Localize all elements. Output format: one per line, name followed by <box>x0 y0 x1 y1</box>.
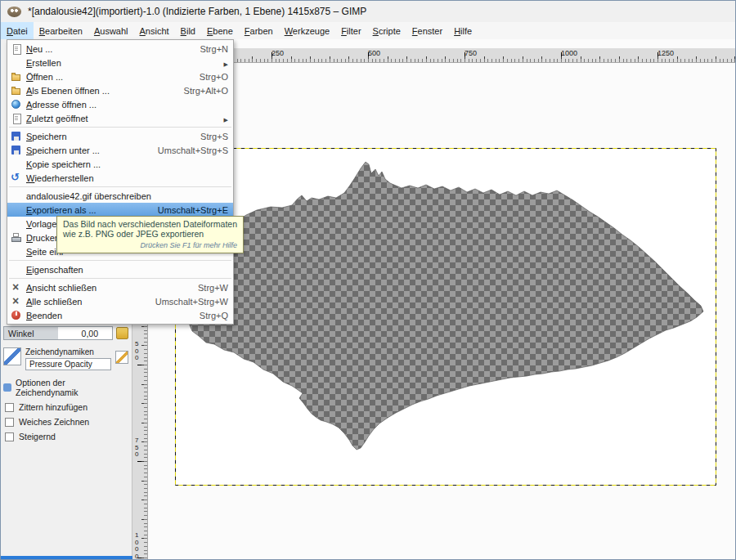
menubar-item-hilfe[interactable]: Hilfe <box>448 22 478 39</box>
icon-slot <box>10 245 23 258</box>
menubar-item-farben[interactable]: Farben <box>239 22 279 39</box>
checkbox-smooth-stroke[interactable]: Weiches Zeichnen <box>3 417 128 427</box>
checkbox-incremental[interactable]: Steigernd <box>3 432 128 441</box>
dynamics-select[interactable]: Pressure Opacity <box>25 358 111 370</box>
menu-item-speichern[interactable]: Speichern Strg+S <box>7 129 233 143</box>
document-icon <box>10 112 23 125</box>
menu-separator <box>9 186 231 187</box>
dynamics-column: Zeichendynamiken Pressure Opacity <box>25 347 111 370</box>
window-bottom-border <box>1 556 132 559</box>
menubar-item-ebene[interactable]: Ebene <box>201 22 239 39</box>
ruler-label: 500 <box>368 49 380 57</box>
menu-item-ueberschreiben[interactable]: andalousie42.gif überschreiben <box>7 189 233 203</box>
ruler-label: 750 <box>135 437 141 459</box>
checkbox-jitter[interactable]: Zittern hinzufügen <box>3 402 128 412</box>
menu-item-shortcut: Strg+S <box>189 132 228 141</box>
window-title: *[andalousie42](importiert)-1.0 (Indizie… <box>28 6 366 17</box>
angle-row: Winkel 0,00 <box>3 326 128 340</box>
menu-item-shortcut: Strg+N <box>188 44 228 54</box>
menu-item-wiederherstellen[interactable]: Wiederherstellen <box>7 171 233 185</box>
checkbox-label: Weiches Zeichnen <box>19 417 89 427</box>
folder-icon <box>10 84 23 97</box>
randomize-icon[interactable] <box>116 327 128 339</box>
tooltip-hint: Drücken Sie F1 für mehr Hilfe <box>63 241 237 249</box>
menu-separator <box>9 278 231 279</box>
menu-item-shortcut: Strg+O <box>188 72 228 82</box>
angle-value: 0,00 <box>82 329 108 338</box>
menu-item-alle-schliessen[interactable]: Alle schließen Umschalt+Strg+W <box>7 294 233 308</box>
menubar-item-filter[interactable]: Filter <box>335 22 366 39</box>
menu-item-shortcut: Strg+Alt+O <box>173 86 228 96</box>
menu-item-label: Speichern unter ... <box>26 146 100 155</box>
menu-item-label: Speichern <box>26 132 67 141</box>
menu-item-shortcut: Strg+W <box>186 283 228 293</box>
tooltip-line-1: Das Bild nach verschiedensten Dateiforma… <box>63 219 237 229</box>
floppy-icon <box>10 130 23 143</box>
ruler-label: 500 <box>135 341 141 362</box>
menu-item-kopie-speichern[interactable]: Kopie speichern ... <box>7 157 233 171</box>
menu-item-oeffnen[interactable]: Öffnen ... Strg+O <box>7 69 233 83</box>
menubar-label: Fenster <box>412 26 442 36</box>
menu-item-eigenschaften[interactable]: Eigenschaften <box>7 262 233 276</box>
ruler-label: 1000 <box>135 532 141 560</box>
menu-item-label: Alle schließen <box>26 297 82 307</box>
menu-item-label: Ansicht schließen <box>26 283 96 293</box>
menubar-label: Hilfe <box>454 26 472 36</box>
horizontal-ruler[interactable]: 250 500 750 1000 1250 <box>148 48 735 63</box>
close-icon <box>10 281 23 294</box>
menu-item-shortcut: Strg+Q <box>188 311 228 320</box>
ruler-label: 1250 <box>657 49 674 57</box>
icon-slot <box>10 204 23 217</box>
ruler-label: 750 <box>464 49 477 57</box>
tooltip-line-2: wie z.B. PNG oder JPEG exportieren <box>63 229 237 239</box>
canvas-drawing-area[interactable] <box>175 148 716 486</box>
revert-icon <box>10 172 23 185</box>
folder-icon <box>10 70 23 83</box>
dynamics-options-expander[interactable]: Optionen der Zeichendynamik <box>3 378 128 397</box>
menu-separator <box>9 260 231 261</box>
exit-icon <box>10 309 23 322</box>
menu-item-ansicht-schliessen[interactable]: Ansicht schließen Strg+W <box>7 280 233 294</box>
menubar-label: Filter <box>341 26 361 36</box>
canvas-viewport[interactable] <box>148 39 735 559</box>
document-icon <box>10 43 23 56</box>
menu-item-exportieren-als[interactable]: Exportieren als ... Umschalt+Strg+E <box>7 203 233 217</box>
checkbox-icon <box>5 418 14 427</box>
globe-icon <box>10 98 23 111</box>
menu-item-label: Neu ... <box>26 44 52 54</box>
menu-item-erstellen[interactable]: Erstellen <box>7 56 233 69</box>
menu-item-speichern-unter[interactable]: Speichern unter ... Umschalt+Strg+S <box>7 143 233 157</box>
menu-item-zuletzt-geoeffnet[interactable]: Zuletzt geöffnet <box>7 111 233 125</box>
menu-item-als-ebenen-oeffnen[interactable]: Als Ebenen öffnen ... Strg+Alt+O <box>7 83 233 97</box>
menu-item-label: Öffnen ... <box>26 72 63 82</box>
dynamics-icon[interactable] <box>3 347 21 365</box>
menubar-item-auswahl[interactable]: Auswahl <box>88 22 134 39</box>
menu-item-adresse-oeffnen[interactable]: Adresse öffnen ... <box>7 97 233 111</box>
menubar-item-werkzeuge[interactable]: Werkzeuge <box>279 22 335 39</box>
dynamics-options-label: Optionen der Zeichendynamik <box>16 378 128 397</box>
submenu-arrow-icon <box>224 114 228 123</box>
gimp-logo-icon <box>7 7 21 17</box>
menu-item-neu[interactable]: Neu ... Strg+N <box>7 42 233 56</box>
canvas-svg <box>175 148 716 486</box>
menu-separator <box>9 127 231 128</box>
menubar-item-bearbeiten[interactable]: Bearbeiten <box>34 22 88 39</box>
brush-tool-options: Winkel 0,00 Zeichendynamiken Pressure Op… <box>1 326 131 441</box>
icon-slot <box>10 217 23 231</box>
menu-bar: Datei Bearbeiten Auswahl Ansicht Bild Eb… <box>1 22 735 40</box>
edit-dynamics-icon[interactable] <box>115 351 128 364</box>
menubar-item-ansicht[interactable]: Ansicht <box>134 22 175 39</box>
file-menu-dropdown: Neu ... Strg+N Erstellen Öffnen ... Strg… <box>7 39 234 325</box>
menu-item-label: Beenden <box>26 311 62 320</box>
andalusia-region-shape <box>186 162 703 450</box>
checkbox-icon <box>5 432 14 441</box>
menubar-item-datei[interactable]: Datei <box>1 22 34 39</box>
menubar-item-bild[interactable]: Bild <box>175 22 201 39</box>
menu-item-label: Zuletzt geöffnet <box>26 114 88 123</box>
menu-item-label: andalousie42.gif überschreiben <box>26 191 151 201</box>
angle-slider[interactable]: Winkel 0,00 <box>3 326 113 340</box>
menu-item-beenden[interactable]: Beenden Strg+Q <box>7 308 233 322</box>
menubar-item-scripte[interactable]: Scripte <box>367 22 406 39</box>
menu-item-label: Exportieren als ... <box>26 205 96 215</box>
menubar-item-fenster[interactable]: Fenster <box>406 22 448 39</box>
